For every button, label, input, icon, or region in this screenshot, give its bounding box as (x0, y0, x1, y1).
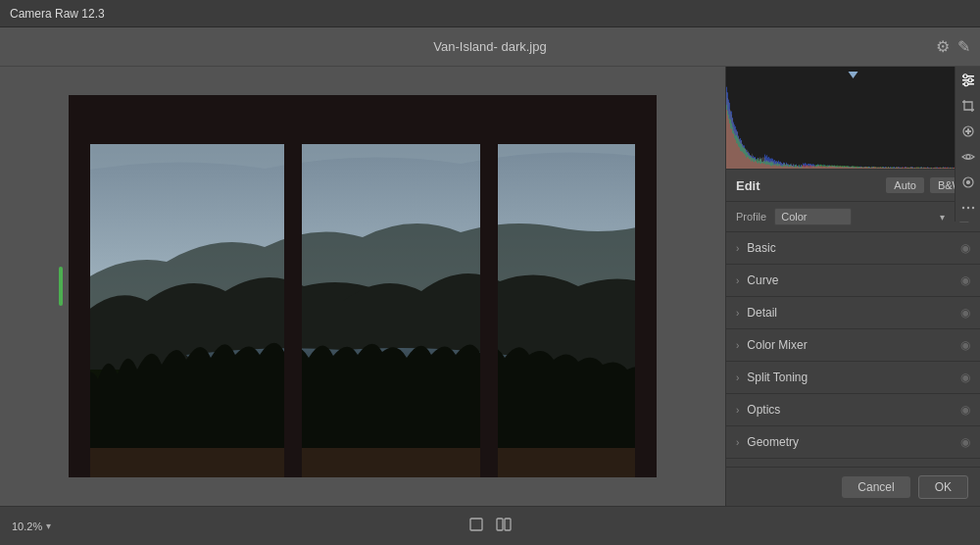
sliders-tool-icon[interactable] (958, 71, 978, 90)
bottom-bar: 10.2% ▾ (0, 506, 980, 545)
frame-divider2 (480, 95, 498, 477)
basic-eye-icon[interactable]: ◉ (960, 241, 970, 255)
section-left-basic: › Basic (736, 241, 776, 255)
svg-point-14 (961, 207, 963, 209)
section-left-curve: › Curve (736, 273, 778, 287)
panel-section-curve: › Curve ◉ (726, 265, 980, 297)
svg-rect-17 (470, 519, 482, 530)
gear-icon[interactable]: ⚙ (936, 37, 950, 56)
paint-tool-icon[interactable] (958, 173, 978, 192)
bottom-buttons: Cancel OK (726, 467, 980, 506)
profile-select[interactable]: Color Monochrome (774, 208, 852, 225)
splittoning-arrow-icon: › (736, 372, 739, 383)
section-left-optics: › Optics (736, 403, 780, 417)
image-container (69, 95, 657, 477)
colormixer-arrow-icon: › (736, 340, 739, 351)
profile-row: Profile Color Monochrome ⊞ (726, 202, 980, 232)
frame-divider1 (284, 95, 302, 477)
histogram (726, 67, 980, 170)
edit-title: Edit (736, 178, 760, 193)
svg-point-16 (971, 207, 973, 209)
svg-point-11 (966, 155, 970, 159)
cancel-button[interactable]: Cancel (842, 476, 909, 498)
curve-label: Curve (747, 273, 778, 287)
section-header-curve[interactable]: › Curve ◉ (726, 265, 980, 296)
section-header-splittoning[interactable]: › Split Toning ◉ (726, 362, 980, 393)
section-left-splittoning: › Split Toning (736, 371, 808, 384)
detail-eye-icon[interactable]: ◉ (960, 306, 970, 320)
green-edge-indicator (59, 267, 63, 306)
svg-rect-18 (497, 519, 503, 530)
panel-section-splittoning: › Split Toning ◉ (726, 362, 980, 394)
frame-top (69, 95, 657, 144)
section-left-colormixer: › Color Mixer (736, 338, 808, 352)
bottom-center-icons (468, 517, 512, 536)
right-panel: Edit Auto B&W Profile Color Monochrome ⊞ (725, 67, 980, 506)
top-bar: Van-Island- dark.jpg ⚙ ✎ (0, 27, 980, 67)
optics-label: Optics (747, 403, 780, 417)
canvas-area (0, 67, 725, 506)
colormixer-eye-icon[interactable]: ◉ (960, 338, 970, 352)
section-header-basic[interactable]: › Basic ◉ (726, 232, 980, 264)
detail-arrow-icon: › (736, 308, 739, 319)
svg-point-13 (966, 181, 969, 184)
ok-button[interactable]: OK (918, 475, 968, 499)
section-header-optics[interactable]: › Optics ◉ (726, 394, 980, 425)
section-header-geometry[interactable]: › Geometry ◉ (726, 426, 980, 458)
filename: Van-Island- dark.jpg (433, 39, 546, 54)
compare-split-icon[interactable] (496, 517, 512, 536)
eye-tool-icon[interactable] (958, 147, 978, 167)
profile-label: Profile (736, 211, 766, 223)
zoom-value: 10.2% (12, 520, 42, 532)
window-frame (69, 95, 657, 477)
pencil-icon[interactable]: ✎ (957, 37, 970, 56)
section-left-detail: › Detail (736, 306, 777, 320)
window-scene (69, 95, 657, 477)
svg-point-6 (968, 78, 972, 82)
edit-header: Edit Auto B&W (726, 170, 980, 202)
app-title: Camera Raw 12.3 (10, 7, 105, 21)
title-bar: Camera Raw 12.3 (0, 0, 980, 27)
profile-select-wrapper: Color Monochrome (774, 208, 951, 225)
panel-section-colormixer: › Color Mixer ◉ (726, 329, 980, 362)
geometry-label: Geometry (747, 435, 799, 449)
panel-section-basic: › Basic ◉ (726, 232, 980, 265)
zoom-control: 10.2% ▾ (12, 520, 51, 532)
curve-arrow-icon: › (736, 275, 739, 286)
crop-tool-icon[interactable] (958, 96, 978, 116)
section-header-colormixer[interactable]: › Color Mixer ◉ (726, 329, 980, 361)
frame-right (635, 95, 657, 477)
splittoning-eye-icon[interactable]: ◉ (960, 371, 970, 384)
frame-bottom (69, 448, 657, 477)
main-content: Edit Auto B&W Profile Color Monochrome ⊞ (0, 67, 980, 506)
basic-arrow-icon: › (736, 243, 739, 254)
zoom-dropdown-icon[interactable]: ▾ (46, 520, 51, 531)
geometry-eye-icon[interactable]: ◉ (960, 435, 970, 449)
svg-point-7 (964, 82, 968, 86)
top-icons: ⚙ ✎ (936, 37, 970, 56)
compare-single-icon[interactable] (468, 517, 484, 536)
svg-rect-19 (505, 519, 511, 530)
histogram-canvas (726, 67, 980, 169)
panel-content[interactable]: Edit Auto B&W Profile Color Monochrome ⊞ (726, 170, 980, 467)
more-icon[interactable] (958, 198, 978, 218)
auto-button[interactable]: Auto (886, 177, 924, 193)
healing-tool-icon[interactable] (958, 122, 978, 141)
optics-eye-icon[interactable]: ◉ (960, 403, 970, 417)
geometry-arrow-icon: › (736, 437, 739, 448)
basic-label: Basic (747, 241, 775, 255)
section-header-detail[interactable]: › Detail ◉ (726, 297, 980, 328)
panel-section-detail: › Detail ◉ (726, 297, 980, 329)
svg-rect-10 (965, 130, 971, 132)
panel-section-optics: › Optics ◉ (726, 394, 980, 426)
curve-eye-icon[interactable]: ◉ (960, 273, 970, 287)
optics-arrow-icon: › (736, 405, 739, 416)
right-tools (955, 67, 980, 222)
detail-label: Detail (747, 306, 777, 320)
colormixer-label: Color Mixer (747, 338, 807, 352)
svg-point-5 (963, 74, 967, 78)
splittoning-label: Split Toning (747, 371, 808, 384)
svg-point-15 (966, 207, 968, 209)
panel-section-geometry: › Geometry ◉ (726, 426, 980, 459)
frame-left (69, 95, 90, 477)
